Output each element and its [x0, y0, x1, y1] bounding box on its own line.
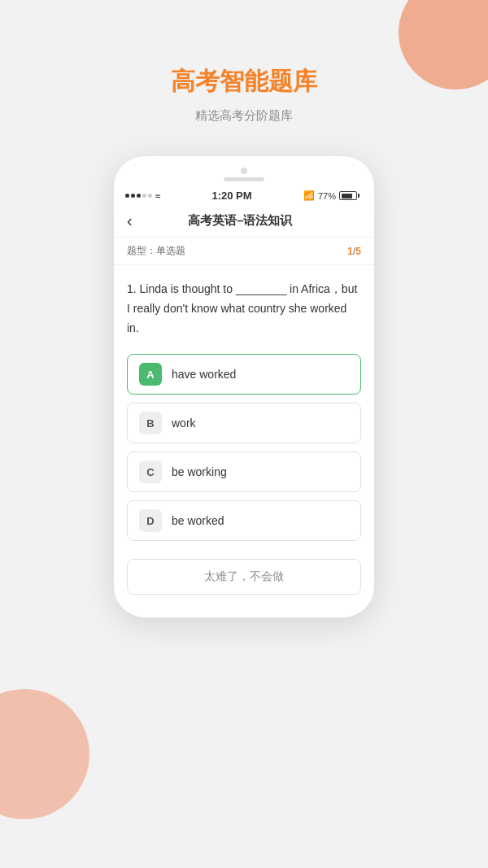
option-a-letter: A [139, 363, 162, 386]
phone-camera [241, 168, 247, 174]
option-c[interactable]: C be working [127, 451, 361, 492]
option-d-letter: D [139, 509, 162, 532]
phone-mockup: ≈ 1:20 PM 📶 77% ‹ 高考英语–语法知识 题型：单选题 1/5 1… [114, 156, 374, 617]
battery-body [339, 191, 357, 200]
nav-bar: ‹ 高考英语–语法知识 [114, 205, 374, 238]
option-a-text: have worked [172, 368, 236, 381]
status-bar: ≈ 1:20 PM 📶 77% [114, 186, 374, 205]
status-time: 1:20 PM [211, 190, 251, 202]
bg-decoration-top-right [399, 0, 488, 89]
option-a[interactable]: A have worked [127, 354, 361, 395]
question-content: 1. Linda is thought to ________ in Afric… [114, 265, 374, 347]
option-d-text: be worked [172, 514, 224, 527]
bg-decoration-bottom-left [0, 689, 89, 819]
status-left: ≈ [125, 191, 160, 201]
option-c-text: be working [172, 465, 227, 478]
back-button[interactable]: ‹ [127, 212, 133, 230]
app-title: 高考智能题库 [171, 65, 317, 98]
battery-tip [358, 194, 359, 198]
question-progress: 1/5 [347, 246, 361, 257]
battery-icon [339, 191, 359, 200]
option-b-letter: B [139, 412, 162, 434]
progress-current: 1 [347, 246, 353, 257]
status-right: 📶 77% [303, 190, 359, 201]
progress-total: 5 [355, 246, 361, 257]
dot4 [142, 194, 146, 198]
dot2 [131, 194, 135, 198]
question-type-label: 题型：单选题 [127, 244, 185, 258]
nav-title: 高考英语–语法知识 [142, 213, 338, 229]
battery-percent-label: 77% [318, 191, 336, 201]
option-b-text: work [172, 417, 196, 430]
question-number: 1. [127, 282, 137, 295]
question-meta: 题型：单选题 1/5 [114, 238, 374, 265]
app-subtitle: 精选高考分阶题库 [171, 108, 317, 124]
title-highlight: 智能题库 [220, 68, 317, 94]
bluetooth-icon: 📶 [303, 190, 315, 201]
wifi-icon: ≈ [155, 191, 160, 201]
dot5 [148, 194, 152, 198]
options-list: A have worked B work C be working D be w… [114, 347, 374, 547]
battery-fill [342, 194, 352, 198]
signal-dots [125, 194, 152, 198]
phone-speaker [224, 177, 264, 181]
phone-top-bar [114, 156, 374, 186]
dot3 [137, 194, 141, 198]
title-static: 高考 [171, 68, 220, 94]
option-c-letter: C [139, 460, 162, 483]
dot1 [125, 194, 129, 198]
option-d[interactable]: D be worked [127, 500, 361, 541]
option-b[interactable]: B work [127, 403, 361, 443]
question-text: Linda is thought to ________ in Africa，b… [127, 282, 357, 334]
header-section: 高考智能题库 精选高考分阶题库 [171, 65, 317, 124]
too-hard-button[interactable]: 太难了，不会做 [127, 559, 361, 595]
